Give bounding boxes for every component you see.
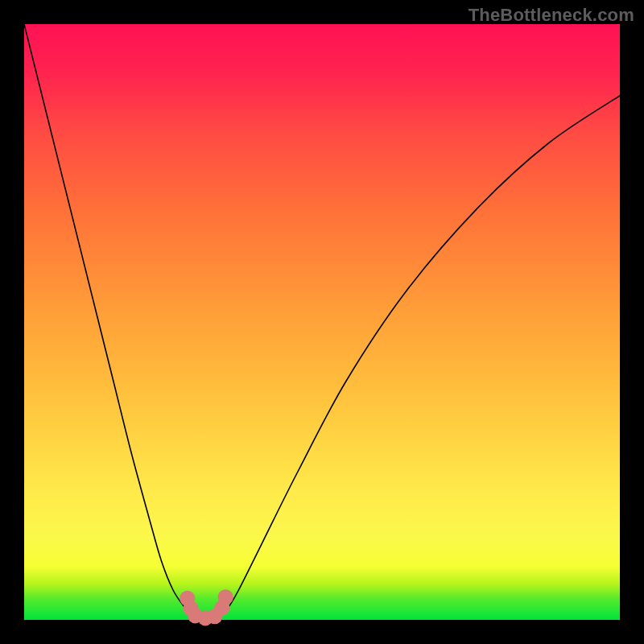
bottleneck-curve [24, 24, 620, 620]
curve-markers [180, 589, 233, 625]
chart-plot-area [24, 24, 620, 620]
curve-marker [218, 589, 233, 605]
curve-path [24, 24, 620, 621]
watermark-text: TheBottleneck.com [469, 5, 634, 26]
